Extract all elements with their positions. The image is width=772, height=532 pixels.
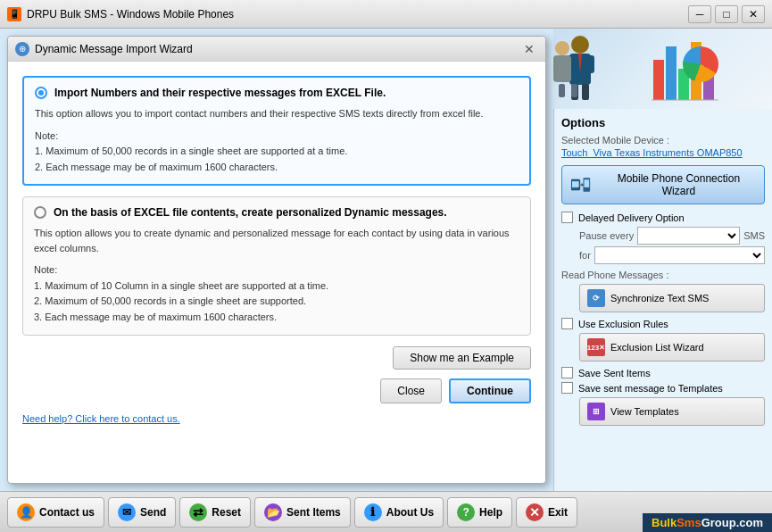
save-sent-row: Save Sent Items [561, 367, 765, 378]
send-icon: ✉ [118, 503, 136, 521]
sms-label: SMS [743, 230, 765, 241]
connection-icon [571, 176, 597, 194]
example-btn-row: Show me an Example [22, 346, 531, 370]
send-button[interactable]: ✉ Send [108, 497, 176, 528]
right-sidebar: Options Selected Mobile Device : Touch_V… [553, 109, 772, 491]
brand-group: Group [701, 516, 736, 529]
svg-rect-9 [571, 84, 577, 97]
maximize-button[interactable]: □ [715, 5, 738, 23]
svg-point-7 [555, 41, 569, 55]
svg-point-0 [571, 36, 589, 54]
svg-rect-5 [582, 84, 589, 100]
pause-select[interactable] [637, 227, 740, 245]
sidebar-title: Options [561, 116, 765, 129]
view-templates-button[interactable]: ⊞ View Templates [579, 397, 765, 426]
dialog-title: Dynamic Message Import Wizard [35, 43, 193, 55]
app-icon: 📱 [7, 7, 21, 21]
contact-us-button[interactable]: 👤 Contact us [7, 497, 104, 528]
save-templates-label: Save sent message to Templates [578, 383, 723, 394]
sent-items-button[interactable]: 📂 Sent Items [254, 497, 351, 528]
exclusion-checkbox[interactable] [561, 318, 573, 329]
sent-items-icon: 📂 [264, 503, 282, 521]
help-link-container: Need help? Click here to contact us. [22, 412, 531, 425]
brand-sms: Sms [677, 516, 701, 529]
sync-sms-button[interactable]: ⟳ Synchronize Text SMS [579, 284, 765, 312]
save-sent-checkbox[interactable] [561, 367, 573, 378]
exclusion-icon: 123✕ [587, 338, 605, 356]
delayed-delivery-label: Delayed Delivery Option [578, 212, 685, 223]
dialog-close-button[interactable]: ✕ [520, 42, 538, 56]
option2-label[interactable]: On the basis of EXCEL file contents, cre… [34, 206, 519, 219]
delayed-delivery-row: Delayed Delivery Option [561, 212, 765, 223]
brand-suffix: .com [736, 516, 763, 529]
minimize-button[interactable]: ─ [688, 5, 711, 23]
exclusion-rules-row: Use Exclusion Rules [561, 318, 765, 329]
title-bar: 📱 DRPU Bulk SMS - Windows Mobile Phones … [0, 0, 772, 29]
option2-radio[interactable] [34, 206, 46, 219]
close-window-button[interactable]: ✕ [742, 5, 765, 23]
banner-pie-chart [683, 46, 718, 82]
device-name-link[interactable]: Touch_Viva Texas Instruments OMAP850 [561, 147, 765, 158]
option1-label[interactable]: Import Numbers and their respective mess… [35, 87, 519, 99]
left-area: ⊕ Dynamic Message Import Wizard ✕ Import… [0, 29, 553, 491]
branding: BulkSmsGroup.com [643, 513, 772, 532]
continue-button[interactable]: Continue [449, 378, 531, 403]
show-example-button[interactable]: Show me an Example [393, 346, 531, 370]
pause-for-row: for [579, 246, 765, 264]
about-icon: ℹ [364, 503, 382, 521]
action-btn-row: Close Continue [22, 378, 531, 403]
svg-rect-18 [572, 181, 579, 187]
exclusion-wizard-button[interactable]: 123✕ Exclusion List Wizard [579, 333, 765, 362]
banner-area [553, 29, 772, 109]
help-button[interactable]: ? Help [447, 497, 512, 528]
option1-container: Import Numbers and their respective mess… [22, 76, 531, 186]
option2-container: On the basis of EXCEL file contents, cre… [22, 196, 531, 335]
dialog-titlebar: ⊕ Dynamic Message Import Wizard ✕ [8, 37, 545, 62]
help-link[interactable]: Need help? Click here to contact us. [22, 413, 180, 424]
sync-icon: ⟳ [587, 289, 605, 307]
svg-rect-8 [553, 55, 571, 82]
exclusion-label: Use Exclusion Rules [578, 319, 668, 329]
option1-radio[interactable] [35, 87, 47, 99]
save-templates-row: Save sent message to Templates [561, 382, 765, 394]
svg-rect-20 [584, 179, 589, 187]
dialog-window: ⊕ Dynamic Message Import Wizard ✕ Import… [7, 36, 546, 484]
reset-icon: ⇄ [189, 503, 207, 521]
option1-description: This option allows you to import contact… [35, 106, 519, 121]
option1-note: Note: 1. Maximum of 50,000 records in a … [35, 129, 519, 176]
about-us-button[interactable]: ℹ About Us [354, 497, 444, 528]
read-phone-label: Read Phone Messages : [561, 270, 765, 280]
templates-icon: ⊞ [587, 403, 605, 420]
connection-wizard-button[interactable]: Mobile Phone Connection Wizard [561, 165, 765, 204]
banner-figures [553, 29, 660, 109]
option2-description: This option allows you to create dynamic… [34, 226, 519, 255]
window-title: DRPU Bulk SMS - Windows Mobile Phones [27, 8, 234, 21]
close-button[interactable]: Close [380, 378, 442, 403]
device-label: Selected Mobile Device : [561, 135, 765, 145]
delayed-delivery-checkbox[interactable] [561, 212, 573, 223]
window-controls: ─ □ ✕ [688, 5, 765, 23]
contact-icon: 👤 [17, 503, 35, 521]
dialog-content: Import Numbers and their respective mess… [8, 62, 545, 483]
svg-rect-3 [587, 55, 594, 73]
exit-button[interactable]: ✕ Exit [516, 497, 577, 528]
option2-note: Note: 1. Maximum of 10 Column in a singl… [34, 262, 519, 325]
reset-button[interactable]: ⇄ Reset [179, 497, 251, 528]
exit-icon: ✕ [526, 503, 544, 521]
save-sent-label: Save Sent Items [578, 368, 651, 378]
help-icon: ? [457, 503, 475, 521]
for-label: for [579, 250, 591, 261]
brand-bulk: Bulk [652, 516, 677, 529]
pause-label: Pause every [579, 230, 634, 241]
svg-rect-11 [653, 60, 664, 100]
dialog-icon: ⊕ [15, 42, 29, 56]
svg-rect-10 [559, 84, 565, 97]
for-select[interactable] [594, 246, 765, 264]
pause-every-row: Pause every SMS [579, 227, 765, 245]
svg-rect-12 [666, 46, 677, 100]
save-templates-checkbox[interactable] [561, 382, 573, 394]
